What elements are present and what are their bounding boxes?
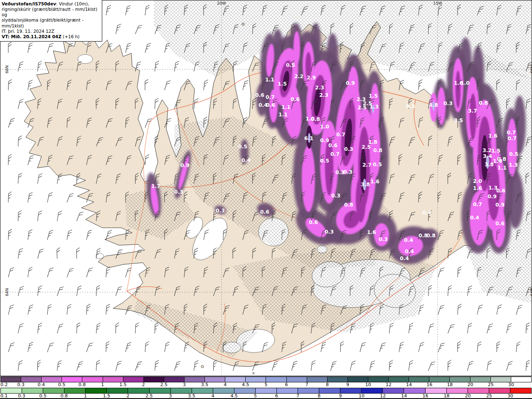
scale-tick-label: 0.2 [0,382,8,387]
precip-value-label: 1.3 [509,162,518,168]
scale-tick-label: 10 [365,382,371,387]
precip-value-label: 0.6 [291,96,300,102]
precip-value-label: 1.6 [488,133,498,139]
precip-value-label: 1.0 [461,80,470,86]
scale-cell [426,388,447,393]
precip-value-label: 0.6 [496,187,505,194]
scale-cell [491,377,511,382]
latitude-label: 64N [5,288,9,296]
precip-value-label: 3.2 [483,147,492,153]
precip-value-label: 1.6 [367,229,376,235]
scale-cell [185,377,205,382]
scale-cell [429,377,450,382]
scale-cell [489,388,510,393]
scale-tick-label: 25 [488,382,494,387]
precip-value-label: 1.1 [498,165,507,171]
precip-value-label: 0.5 [509,151,518,157]
scale-cell [256,388,277,393]
precip-value-label: 0.3 [343,169,352,175]
scale-tick-label: 9 [346,382,349,387]
legend-line-sleet: slydda/snjókoma (grátt/bleikt/grænt - mm… [2,17,100,28]
precip-value-label: 0.9 [346,80,355,86]
precip-value-label: 1.1 [265,76,274,83]
precip-value-label: 0.4 [470,214,479,221]
scale-tick-label: 0.8 [79,382,86,387]
precip-value-label: 1.5 [278,81,287,87]
scale-cell [277,388,298,393]
scale-cell [86,388,107,393]
precip-value-label: 2.7 [362,162,372,168]
precip-value-label: 2.0 [473,178,482,184]
precip-value-label: 3.5 [454,117,463,123]
scale-cell [192,388,213,393]
precip-value-label: 1.6 [370,178,379,185]
scale-tick-label: 3.5 [201,382,209,387]
precip-value-label: 0.3 [325,229,334,235]
precip-value-label: 3.8 [485,161,494,167]
precip-value-label: 3.7 [468,108,477,114]
precip-value-label: 0.7 [330,151,340,157]
precip-value-label: 1.0 [320,123,329,130]
precip-value-label: 1.6 [473,185,482,191]
longitude-label: 20W [217,1,226,5]
scale-cell [328,377,348,382]
precip-value-label: 0.3 [216,207,225,214]
scale-cell [266,377,286,382]
rain-scale-cells [0,388,532,394]
scale-cell [362,388,383,393]
scale-cell [171,388,192,393]
precip-value-label: 0.9 [488,193,497,200]
precip-value-label: 1.7 [151,183,160,189]
scale-cell [404,388,425,393]
scale-tick-label: 6 [285,382,288,387]
scale-cell [64,388,86,393]
init-time: IT: þri. 19. 11. 2024 12Z [2,29,100,34]
scale-cell [43,388,64,393]
precip-value-label: 0.9 [180,162,190,168]
precip-value-label: 1.5 [369,93,378,99]
scale-cell [409,377,429,382]
precip-value-label: 0.8 [479,100,488,106]
scale-tick-label: 3 [183,382,186,387]
scale-tick-label: 7 [305,382,308,387]
precip-value-label: 0.4 [400,255,409,261]
scale-cell [225,377,246,382]
precip-value-label: 1.3 [369,103,379,110]
legend-line-rain: rigning/skúrir (grænt/blátt/rautt - mm/1… [2,7,100,17]
scale-cell [383,388,404,393]
scale-cell [213,388,234,393]
lead-time: (+16 h) [62,34,80,39]
precip-value-label: 4.8 [429,102,438,108]
scale-cell [128,388,149,393]
precip-value-label: 6.1 [304,135,313,141]
precip-value-label: 3.8 [361,181,370,187]
scale-tick-label: 30 [508,382,514,387]
scale-cell [234,388,256,393]
scale-cell [42,377,62,382]
color-scales: 0.20.30.40.50.811.522.533.544.5567891012… [0,376,532,399]
scale-cell [82,377,103,382]
scale-cell [62,377,82,382]
scale-cell [246,377,266,382]
precip-value-label: 0.4 [405,248,414,254]
scale-cell [21,377,42,382]
scale-cell [389,377,409,382]
scale-cell [340,388,362,393]
scale-cell [1,388,22,393]
precip-value-label: 0.3 [331,192,340,199]
precip-value-label: 0.3 [344,146,353,152]
precip-value-label: 0.5 [286,62,295,68]
precip-value-label: 2.2 [294,73,303,79]
precip-value-label: 0.5 [238,143,247,150]
valid-time-line: VT: Mið. 20.11.2024 04Z (+16 h) [2,34,100,39]
precip-value-label: 2.3 [315,84,324,91]
precip-value-label: 0.8 [373,147,382,153]
scale-cell [150,388,171,393]
scale-cell [103,377,123,382]
sleet-scale-cells [0,377,532,382]
valid-time: VT: Mið. 20.11.2024 04Z [2,34,62,39]
scale-tick-label: 0.5 [58,382,66,387]
precip-value-label: 0.7 [507,129,516,135]
scale-tick-label: 5 [265,382,268,387]
scale-tick-label: 16 [426,382,432,387]
